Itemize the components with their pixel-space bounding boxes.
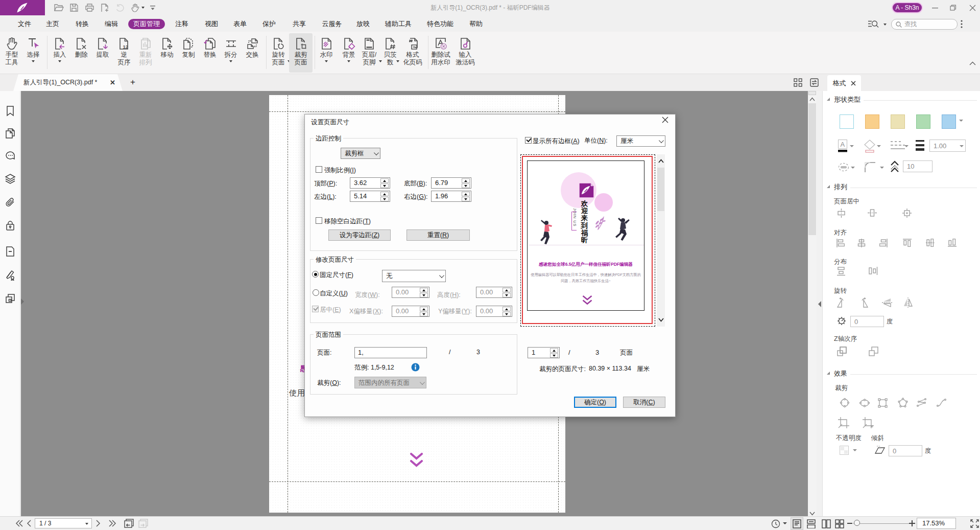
fixed-size-radio[interactable] — [312, 271, 319, 278]
menu-edit[interactable]: 编辑 — [100, 19, 123, 29]
bottom-margin-spinner[interactable]: 6.79 — [431, 177, 471, 189]
right-margin-spinner[interactable]: 1.96 — [431, 191, 471, 202]
spin-up[interactable] — [420, 288, 428, 292]
crop-curve-icon[interactable] — [937, 398, 947, 408]
preview-scrollbar-thumb[interactable] — [657, 168, 664, 211]
comments-panel-icon[interactable] — [5, 150, 16, 162]
spin-up[interactable] — [503, 307, 511, 311]
swatch-khaki[interactable] — [891, 114, 905, 129]
ribbon-enter-activation-code[interactable]: 输入 激活码 — [453, 33, 477, 73]
skew-icon[interactable] — [875, 446, 885, 455]
create-pdf-icon[interactable] — [97, 2, 112, 13]
document-tab-close-icon[interactable]: ✕ — [110, 79, 115, 86]
ribbon-crop-pages[interactable]: 裁剪 页面 — [289, 33, 313, 73]
print-icon[interactable] — [82, 2, 97, 13]
reading-mode-icon[interactable] — [771, 519, 780, 528]
crop-polygon-icon[interactable] — [898, 398, 908, 408]
single-page-view-button[interactable] — [791, 517, 803, 530]
opacity-swatch-icon[interactable] — [840, 446, 849, 455]
spin-up[interactable] — [420, 307, 428, 311]
attachments-panel-icon[interactable] — [5, 197, 16, 208]
distribute-vertical-icon[interactable] — [837, 267, 845, 276]
flip-horizontal-icon[interactable] — [903, 297, 913, 308]
force-ratio-checkbox[interactable] — [316, 166, 322, 173]
format-tab-close-icon[interactable] — [851, 81, 856, 86]
top-margin-spinner[interactable]: 3.62 — [350, 177, 390, 189]
effect-section-header[interactable]: 效果 — [834, 369, 847, 378]
spin-up[interactable] — [462, 178, 470, 183]
search-input[interactable]: 查找 — [891, 19, 958, 30]
more-swatches-arrow[interactable] — [959, 120, 963, 122]
rotate-right-icon[interactable] — [859, 297, 869, 308]
center-vertical-icon[interactable] — [837, 209, 846, 218]
ribbon-select-tool[interactable]: 选择 — [21, 33, 45, 73]
preview-scroll-down-icon[interactable] — [658, 317, 664, 322]
expand-sidebar-handle[interactable] — [20, 298, 25, 305]
hand-tool-icon[interactable] — [128, 2, 147, 13]
page-range-input[interactable]: 1, — [354, 347, 427, 358]
save-icon[interactable] — [66, 2, 82, 13]
menu-home[interactable]: 主页 — [41, 19, 64, 29]
preview-scrollbar[interactable] — [657, 154, 665, 327]
previous-view-icon[interactable] — [124, 519, 134, 528]
ribbon-hand-tool[interactable]: 手型 工具 — [0, 33, 23, 73]
crop-ellipse-icon[interactable] — [859, 399, 870, 407]
facing-view-button[interactable] — [820, 517, 832, 530]
digital-signatures-panel-icon[interactable] — [5, 269, 16, 281]
user-badge[interactable]: A - Sh3n — [892, 2, 923, 13]
zoom-slider-knob[interactable] — [854, 520, 860, 526]
zoom-percentage-box[interactable]: 17.53% — [917, 518, 956, 529]
search-filter-arrow[interactable] — [883, 24, 887, 26]
font-color-icon[interactable]: A — [838, 140, 847, 152]
distribute-horizontal-icon[interactable] — [869, 267, 878, 275]
dash-style-icon[interactable] — [891, 141, 905, 152]
ribbon-reverse-page-order[interactable]: 12 逆 页序 — [112, 33, 136, 73]
undo-icon[interactable] — [112, 2, 128, 13]
spin-down[interactable] — [503, 312, 511, 316]
spin-down[interactable] — [380, 183, 389, 188]
left-margin-spinner[interactable]: 5.14 — [350, 191, 390, 202]
ribbon-move-pages[interactable]: 移动 — [155, 33, 179, 73]
switch-document-icon[interactable] — [810, 78, 819, 87]
swatch-orange[interactable] — [865, 114, 879, 129]
menu-present[interactable]: 放映 — [351, 19, 375, 29]
info-icon[interactable] — [411, 363, 420, 372]
custom-size-radio[interactable] — [313, 289, 319, 296]
ribbon-bates-numbering[interactable]: 贝茨 数 — [378, 33, 402, 73]
foxit-logo[interactable] — [0, 0, 45, 15]
fixed-size-select[interactable]: 无 — [382, 270, 446, 282]
scrollbar-up-icon[interactable] — [809, 97, 815, 101]
align-middle-icon[interactable] — [926, 239, 935, 247]
collapse-ribbon-icon[interactable] — [969, 61, 976, 65]
preview-page-spinner[interactable]: 1 — [528, 347, 560, 358]
reset-button[interactable]: 重置(R) — [407, 229, 470, 241]
crop-rectangle-icon[interactable] — [878, 398, 888, 408]
customize-quick-access-icon[interactable] — [147, 2, 158, 13]
zoom-in-icon[interactable] — [909, 520, 915, 526]
menu-help[interactable]: 帮助 — [464, 19, 488, 29]
center-both-icon[interactable] — [902, 209, 912, 218]
security-panel-icon[interactable] — [5, 220, 16, 231]
zoom-slider-track[interactable] — [853, 523, 911, 524]
last-page-icon[interactable] — [108, 520, 116, 527]
spin-down[interactable] — [462, 197, 470, 201]
unit-select[interactable]: 厘米 — [616, 135, 665, 147]
menu-convert[interactable]: 转换 — [70, 19, 94, 29]
menu-file[interactable]: 文件 — [13, 19, 36, 29]
zero-margin-button[interactable]: 设为零边距(Z) — [328, 229, 391, 241]
spin-up[interactable] — [380, 178, 389, 183]
flip-vertical-icon[interactable] — [882, 298, 892, 307]
menu-features[interactable]: 特色功能 — [422, 19, 459, 29]
document-tab[interactable]: 新人引导(1)_OCR(3).pdf * ✕ — [13, 74, 123, 91]
articles-panel-icon[interactable] — [5, 293, 16, 304]
thumbnail-view-icon[interactable] — [794, 78, 802, 87]
spin-up[interactable] — [462, 192, 470, 196]
align-bottom-icon[interactable] — [948, 239, 957, 247]
collapse-panel-handle[interactable] — [818, 301, 822, 308]
menu-cloud[interactable]: 云服务 — [317, 19, 347, 29]
arrange-section-header[interactable]: 排列 — [834, 182, 847, 192]
new-tab-button[interactable]: + — [128, 77, 138, 87]
menu-share[interactable]: 共享 — [288, 19, 311, 29]
swatch-blue[interactable] — [942, 114, 956, 129]
spin-down[interactable] — [503, 293, 511, 297]
